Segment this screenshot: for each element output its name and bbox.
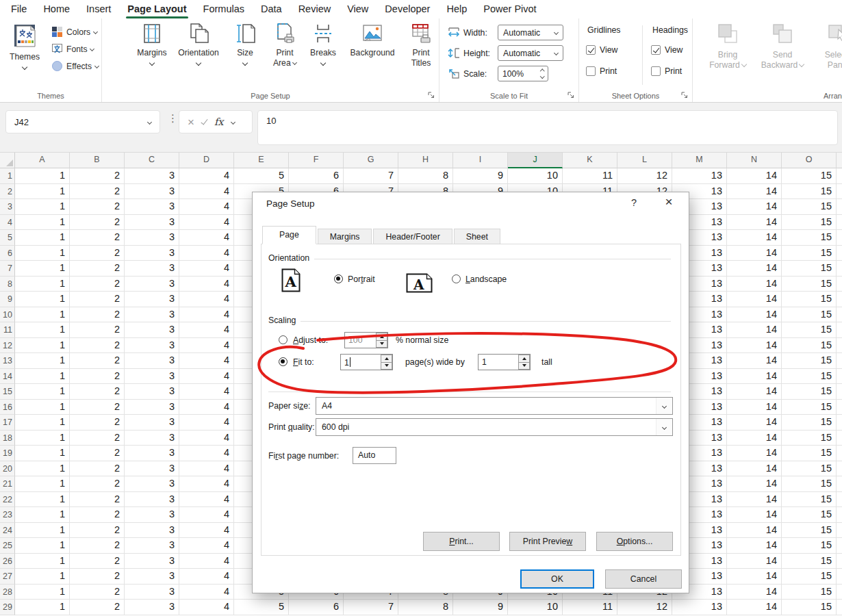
cell-N9[interactable]: 14: [727, 292, 782, 307]
cell-N15[interactable]: 14: [727, 384, 782, 400]
landscape-radio[interactable]: [452, 274, 461, 283]
cell-N14[interactable]: 14: [727, 369, 782, 385]
cell-A5[interactable]: 1: [15, 230, 70, 246]
cell-B29[interactable]: 2: [70, 600, 125, 615]
chevron-down-icon[interactable]: [231, 119, 235, 124]
cell-D5[interactable]: 4: [179, 230, 234, 246]
cell-K29[interactable]: 11: [563, 600, 617, 615]
cell-C20[interactable]: 3: [125, 461, 179, 477]
cell-N8[interactable]: 14: [727, 277, 782, 292]
cell-B4[interactable]: 2: [70, 215, 125, 231]
cell-A27[interactable]: 1: [15, 569, 70, 585]
cell-N5[interactable]: 14: [727, 230, 782, 246]
print-preview-button[interactable]: Print Preview: [509, 532, 586, 551]
cell-D16[interactable]: 4: [179, 400, 234, 415]
row-header-12[interactable]: 12: [0, 338, 15, 354]
cell-C28[interactable]: 3: [125, 585, 179, 600]
cell-G29[interactable]: 7: [344, 600, 398, 615]
adjust-to-radio[interactable]: [279, 335, 288, 344]
ok-button[interactable]: OK: [520, 569, 594, 589]
cell-L1[interactable]: 12: [617, 168, 672, 184]
cell-D12[interactable]: 4: [179, 338, 234, 354]
cell-I1[interactable]: 9: [453, 168, 508, 184]
row-header-11[interactable]: 11: [0, 322, 15, 338]
options-button[interactable]: Options...: [596, 532, 673, 551]
cell-B8[interactable]: 2: [70, 277, 125, 292]
cell-B18[interactable]: 2: [70, 431, 125, 446]
column-header-M[interactable]: M: [672, 153, 727, 168]
cell-O9[interactable]: 15: [782, 292, 837, 307]
headings-print-row[interactable]: Print: [651, 64, 693, 79]
first-page-number-input[interactable]: Auto: [353, 447, 396, 464]
cell-O3[interactable]: 15: [782, 199, 837, 215]
dropdown-button[interactable]: [656, 398, 672, 414]
cell-C27[interactable]: 3: [125, 569, 179, 585]
cell-N20[interactable]: 14: [727, 461, 782, 477]
cell-C7[interactable]: 3: [125, 261, 179, 277]
column-header-A[interactable]: A: [15, 153, 70, 168]
cell-C16[interactable]: 3: [125, 400, 179, 415]
cell-B20[interactable]: 2: [70, 461, 125, 477]
row-header-28[interactable]: 28: [0, 585, 15, 600]
cell-C2[interactable]: 3: [125, 184, 179, 200]
cell-B27[interactable]: 2: [70, 569, 125, 585]
cell-C17[interactable]: 3: [125, 415, 179, 431]
cell-O6[interactable]: 15: [782, 246, 837, 261]
effects-button[interactable]: Effects: [50, 57, 99, 75]
row-header-24[interactable]: 24: [0, 523, 15, 539]
column-header-K[interactable]: K: [563, 153, 617, 168]
cell-C15[interactable]: 3: [125, 384, 179, 400]
menu-tab-help[interactable]: Help: [438, 0, 475, 18]
column-header-J[interactable]: J: [508, 153, 563, 168]
cell-N1[interactable]: 14: [727, 168, 782, 184]
cell-A7[interactable]: 1: [15, 261, 70, 277]
cell-F29[interactable]: 6: [289, 600, 344, 615]
cell-B13[interactable]: 2: [70, 353, 125, 369]
menu-tab-home[interactable]: Home: [35, 0, 78, 18]
cell-A16[interactable]: 1: [15, 400, 70, 415]
row-header-13[interactable]: 13: [0, 353, 15, 369]
cell-C6[interactable]: 3: [125, 246, 179, 261]
cell-N28[interactable]: 14: [727, 585, 782, 600]
cell-D24[interactable]: 4: [179, 523, 234, 539]
headings-view-checkbox[interactable]: [651, 45, 661, 55]
cell-M29[interactable]: 13: [672, 600, 727, 615]
cell-D20[interactable]: 4: [179, 461, 234, 477]
background-button[interactable]: Background: [345, 23, 400, 58]
cell-O26[interactable]: 15: [782, 554, 837, 569]
tab-page[interactable]: Page: [262, 226, 316, 244]
cell-A17[interactable]: 1: [15, 415, 70, 431]
cell-B19[interactable]: 2: [70, 446, 125, 461]
cell-A15[interactable]: 1: [15, 384, 70, 400]
cell-O17[interactable]: 15: [782, 415, 837, 431]
cell-D13[interactable]: 4: [179, 353, 234, 369]
cell-A3[interactable]: 1: [15, 199, 70, 215]
cell-N2[interactable]: 14: [727, 184, 782, 200]
cell-A6[interactable]: 1: [15, 246, 70, 261]
size-button[interactable]: Size: [229, 23, 261, 65]
cell-A18[interactable]: 1: [15, 431, 70, 446]
margins-button[interactable]: Margins: [134, 23, 170, 65]
breaks-button[interactable]: Breaks: [305, 23, 341, 65]
menu-tab-power-pivot[interactable]: Power Pivot: [475, 0, 544, 18]
cell-D2[interactable]: 4: [179, 184, 234, 200]
cell-B15[interactable]: 2: [70, 384, 125, 400]
cell-E1[interactable]: 5: [234, 168, 289, 184]
column-header-N[interactable]: N: [727, 153, 782, 168]
cell-N12[interactable]: 14: [727, 338, 782, 354]
cell-A11[interactable]: 1: [15, 322, 70, 338]
dropdown-button[interactable]: [656, 419, 672, 435]
cell-J29[interactable]: 10: [508, 600, 563, 615]
cell-N11[interactable]: 14: [727, 322, 782, 338]
cell-C1[interactable]: 3: [125, 168, 179, 184]
cell-B22[interactable]: 2: [70, 492, 125, 508]
insert-function-icon[interactable]: fx: [214, 116, 224, 127]
cell-O23[interactable]: 15: [782, 507, 837, 523]
cell-N16[interactable]: 14: [727, 400, 782, 415]
cell-O27[interactable]: 15: [782, 569, 837, 585]
cell-N18[interactable]: 14: [727, 431, 782, 446]
column-header-C[interactable]: C: [125, 153, 179, 168]
cell-C10[interactable]: 3: [125, 307, 179, 323]
row-header-16[interactable]: 16: [0, 400, 15, 415]
fit-to-wide-spinner[interactable]: 1: [340, 354, 393, 370]
